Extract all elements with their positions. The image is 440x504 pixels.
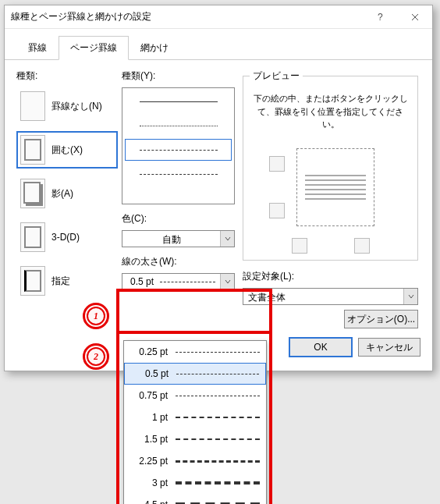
style-listbox[interactable] [122,87,235,204]
preview-page-icon[interactable] [296,148,374,226]
width-option-225[interactable]: 2.25 pt [124,450,266,472]
style-dashed[interactable] [125,139,232,161]
border-top-button[interactable] [269,156,285,172]
apply-to-label: 設定対象(L): [243,270,418,283]
setting-shadow[interactable]: 影(A) [16,175,118,212]
preview-hint: 下の絵の中、またはボタンをクリックして、罫線を引く位置を指定してください。 [250,92,411,131]
width-option-1[interactable]: 1 pt [124,406,266,428]
width-dropdown[interactable]: 0.25 pt 0.5 pt 0.75 pt 1 pt 1.5 pt 2.25 … [123,340,267,504]
close-button[interactable] [397,5,432,29]
apply-to-value: 文書全体 [243,289,403,304]
width-option-45[interactable]: 4.5 pt [124,494,266,504]
style-dashed2[interactable] [125,163,232,185]
chevron-down-icon [220,231,234,247]
preview-legend: プレビュー [250,69,303,83]
help-button[interactable]: ? [362,5,397,29]
style-dotted[interactable] [125,115,232,137]
color-value: 自動 [122,231,220,247]
setting-column: 種類: 罫線なし(N) 囲む(X) 影(A) 3-D(D) 指定 [16,69,118,306]
setting-3d[interactable]: 3-D(D) [16,218,118,256]
width-option-075[interactable]: 0.75 pt [124,385,266,406]
width-combo[interactable]: 0.5 pt [122,273,235,290]
shadow-icon [20,179,45,208]
style-solid[interactable] [125,91,232,112]
setting-none[interactable]: 罫線なし(N) [16,87,118,125]
width-option-05[interactable]: 0.5 pt [124,363,266,385]
setting-box-label: 囲む(X) [51,144,83,157]
tab-borders[interactable]: 罫線 [16,36,59,60]
setting-box[interactable]: 囲む(X) [16,131,118,169]
threed-icon [20,222,45,252]
preview-bottom-buttons [250,238,411,254]
svg-text:?: ? [378,13,383,21]
width-option-15[interactable]: 1.5 pt [124,428,266,450]
preview-column: プレビュー 下の絵の中、またはボタンをクリックして、罫線を引く位置を指定してくだ… [243,69,418,305]
width-preview-line [160,282,215,282]
width-label: 線の太さ(W): [122,255,235,268]
tab-page-border[interactable]: ページ罫線 [59,36,129,60]
annotation-marker-1: 1 [83,303,109,329]
box-icon [20,135,45,165]
style-label: 種類(Y): [122,69,235,83]
width-option-3[interactable]: 3 pt [124,472,266,494]
color-label: 色(C): [122,212,235,225]
width-option-025[interactable]: 0.25 pt [124,341,266,363]
dialog-buttons: OK キャンセル [289,338,420,357]
preview-group: プレビュー 下の絵の中、またはボタンをクリックして、罫線を引く位置を指定してくだ… [243,69,418,261]
border-bottom-button[interactable] [269,203,285,218]
setting-custom-label: 指定 [51,275,70,288]
setting-shadow-label: 影(A) [51,187,73,201]
color-combo[interactable]: 自動 [122,230,235,247]
border-right-button[interactable] [354,238,370,254]
setting-label: 種類: [16,69,118,83]
annotation-marker-2: 2 [83,343,109,370]
dialog-title: 線種とページ罫線と網かけの設定 [11,10,362,23]
setting-none-label: 罫線なし(N) [51,100,102,113]
chevron-down-icon [403,289,417,304]
style-column: 種類(Y): 色(C): 自動 線の太さ(W): 0.5 pt [122,69,235,290]
border-left-button[interactable] [292,238,307,254]
custom-icon [20,266,45,296]
width-value: 0.5 pt [130,276,154,287]
options-button[interactable]: オプション(O)... [344,310,418,328]
tab-shading[interactable]: 網かけ [129,36,180,60]
preview-diagram [257,140,403,234]
apply-to-combo[interactable]: 文書全体 [243,288,418,305]
setting-3d-label: 3-D(D) [51,232,80,243]
tab-bar: 罫線 ページ罫線 網かけ [5,29,432,60]
borders-shading-dialog: 線種とページ罫線と網かけの設定 ? 罫線 ページ罫線 網かけ 種類: 罫線なし(… [4,5,433,371]
chevron-down-icon [220,274,234,289]
dialog-body: 種類: 罫線なし(N) 囲む(X) 影(A) 3-D(D) 指定 [5,60,432,368]
titlebar: 線種とページ罫線と網かけの設定 ? [5,5,432,29]
none-icon [20,91,45,121]
ok-button[interactable]: OK [289,338,352,357]
setting-custom[interactable]: 指定 [16,262,118,300]
cancel-button[interactable]: キャンセル [358,338,420,357]
